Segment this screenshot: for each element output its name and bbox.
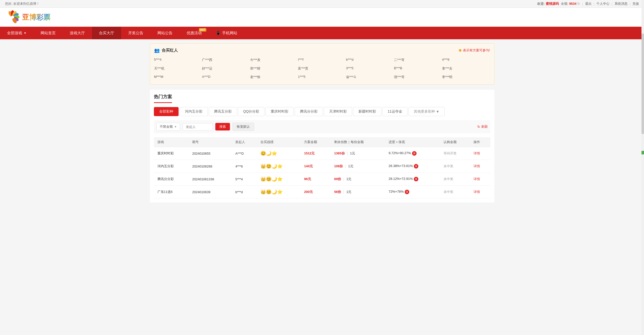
tab-6[interactable]: 天津时时彩 bbox=[324, 107, 352, 116]
nav-mobile[interactable]: 📱 手机网站 bbox=[209, 27, 244, 39]
amount-filter-arrow: ▼ bbox=[174, 125, 177, 128]
red-person[interactable]: B***B bbox=[394, 65, 442, 72]
cell-amount: 200元 bbox=[300, 186, 330, 198]
red-person[interactable]: 1***5 bbox=[298, 74, 346, 80]
recharge-link[interactable]: 充值 bbox=[632, 2, 639, 6]
protect-icon: 保 bbox=[412, 151, 417, 156]
red-person[interactable]: A***D bbox=[202, 74, 250, 80]
detail-link[interactable]: 详情 bbox=[473, 190, 480, 194]
cell-detail[interactable]: 详情 bbox=[470, 186, 490, 198]
main-content: 👥 合买红人 表示有方案可参与! 5***4广***西今***发i***fb**… bbox=[146, 39, 498, 207]
tab-2[interactable]: 腾讯五分彩 bbox=[209, 107, 237, 116]
red-person[interactable]: 今***发 bbox=[250, 57, 298, 63]
tab-7[interactable]: 新疆时时彩 bbox=[353, 107, 381, 116]
table-header-0: 游戏 bbox=[154, 137, 189, 147]
table-row: 广东11选52024010639b***d👑😊🌙⭐200元56份｜1元72%+7… bbox=[154, 186, 490, 198]
battle-icons: 👑😊🌙⭐ bbox=[260, 163, 297, 169]
scrollbar-track[interactable] bbox=[641, 0, 644, 207]
scrollbar-thumb[interactable] bbox=[641, 34, 644, 134]
red-person[interactable]: 强***哥 bbox=[394, 74, 442, 80]
red-person[interactable]: i***f bbox=[298, 57, 346, 63]
protect-icon: 保 bbox=[414, 164, 418, 169]
logout-link[interactable]: 退出 bbox=[585, 2, 592, 6]
tab-1[interactable]: 河内五分彩 bbox=[180, 107, 208, 116]
red-person[interactable]: M***M bbox=[154, 74, 202, 80]
nav-home[interactable]: 网站首页 bbox=[33, 27, 63, 39]
divider-4: | bbox=[630, 2, 630, 6]
header: 亚博彩票 bbox=[0, 8, 644, 27]
initiator-input[interactable] bbox=[183, 123, 213, 130]
amount-text: 96元 bbox=[304, 177, 311, 181]
red-person[interactable]: 奋***斗 bbox=[346, 74, 394, 80]
cell-shares: 106份｜1元 bbox=[331, 160, 385, 173]
red-person[interactable]: 二***哥 bbox=[394, 57, 442, 63]
red-person[interactable]: 拿***去 bbox=[442, 65, 490, 72]
tab-3[interactable]: QQ分分彩 bbox=[238, 107, 265, 116]
cell-progress: 28.12%+72.91%保 bbox=[385, 173, 440, 186]
tab-0[interactable]: 全部彩种 bbox=[154, 107, 179, 116]
tab-8[interactable]: 11运夺金 bbox=[382, 107, 408, 116]
detail-link[interactable]: 详情 bbox=[473, 151, 480, 155]
table-header-1: 期号 bbox=[189, 137, 232, 147]
cell-detail[interactable]: 详情 bbox=[470, 160, 490, 173]
red-person[interactable]: 好***运 bbox=[202, 65, 250, 72]
reset-button[interactable]: 恢复默认 bbox=[232, 123, 254, 131]
red-person[interactable]: 富***贵 bbox=[298, 65, 346, 72]
nav-all-games[interactable]: 全部游戏 ▼ bbox=[0, 27, 33, 39]
cell-initiator: A***D bbox=[232, 147, 257, 160]
cell-progress: 26.38%+73.61%保 bbox=[385, 160, 440, 173]
status-text: 未中奖 bbox=[444, 164, 453, 168]
profile-link[interactable]: 个人中心 bbox=[596, 2, 609, 6]
amount-text: 144元 bbox=[304, 164, 313, 168]
refresh-button[interactable]: ↻ 刷新 bbox=[477, 124, 488, 129]
red-person[interactable]: 恭***财 bbox=[250, 65, 298, 72]
nav-group-buy[interactable]: 合买大厅 bbox=[92, 27, 121, 39]
username: 蜜桃源码 bbox=[546, 2, 559, 6]
refresh-balance-icon[interactable]: ↻ bbox=[577, 2, 580, 6]
red-person[interactable]: 老***铁 bbox=[250, 74, 298, 80]
status-text: 未中奖 bbox=[444, 177, 453, 181]
nav-site-notice[interactable]: 网站公告 bbox=[150, 27, 180, 39]
cell-detail[interactable]: 详情 bbox=[470, 147, 490, 160]
red-person[interactable]: 天***机 bbox=[154, 65, 202, 72]
table-row: 重庆时时彩2024010655A***D😊🌙⭐1512元1365份｜1元9.72… bbox=[154, 147, 490, 160]
red-person[interactable]: 3***5 bbox=[346, 65, 394, 72]
amount-filter[interactable]: 不限金额 ▼ bbox=[156, 123, 180, 131]
red-people-header: 👥 合买红人 表示有方案可参与! bbox=[154, 48, 490, 53]
cell-battle: 👑😊🌙⭐ bbox=[257, 160, 300, 173]
battle-icons: 😊🌙⭐ bbox=[260, 151, 297, 156]
red-person[interactable]: 广***西 bbox=[202, 57, 250, 63]
logo-icon bbox=[5, 10, 20, 24]
table-header-4: 方案金额 bbox=[300, 137, 330, 147]
red-person[interactable]: 李***明 bbox=[442, 74, 490, 80]
search-button[interactable]: 搜索 bbox=[215, 123, 230, 130]
red-person[interactable]: b***d bbox=[346, 57, 394, 63]
battle-icons: 👑😊🌙⭐ bbox=[260, 176, 297, 182]
refresh-icon: ↻ bbox=[477, 125, 480, 129]
nav-lottery-result[interactable]: 开奖公告 bbox=[121, 27, 150, 39]
detail-link[interactable]: 详情 bbox=[473, 164, 480, 168]
table-body: 重庆时时彩2024010655A***D😊🌙⭐1512元1365份｜1元9.72… bbox=[154, 147, 490, 198]
messages-link[interactable]: 系统消息 bbox=[615, 2, 628, 6]
nav-promotions[interactable]: 优惠活动 HOT bbox=[180, 27, 209, 39]
table-header-row: 游戏期号发起人合买战绩方案金额剩余份数｜每份金额进度＋保底认购金额操作 bbox=[154, 137, 490, 147]
logo[interactable]: 亚博彩票 bbox=[5, 10, 50, 24]
tab-9[interactable]: 其他更多彩种 ▼ bbox=[409, 107, 445, 116]
detail-link[interactable]: 详情 bbox=[473, 177, 480, 181]
balance-label: 余额: 9534 ↻ bbox=[561, 2, 580, 6]
nav-game-hall[interactable]: 游戏大厅 bbox=[63, 27, 92, 39]
red-person[interactable]: 5***4 bbox=[154, 57, 202, 63]
cell-shares: 56份｜1元 bbox=[331, 186, 385, 198]
tab-4[interactable]: 重庆时时彩 bbox=[265, 107, 294, 116]
cell-game: 广东11选5 bbox=[154, 186, 189, 198]
cell-initiator: 4***6 bbox=[232, 160, 257, 173]
cell-detail[interactable]: 详情 bbox=[470, 173, 490, 186]
red-person[interactable]: 4***6 bbox=[442, 57, 490, 63]
table-row: 腾讯分分彩2024010613385***4👑😊🌙⭐96元69份｜1元28.12… bbox=[154, 173, 490, 186]
red-people-icon: 👥 bbox=[154, 48, 160, 53]
table-header-6: 进度＋保底 bbox=[385, 137, 440, 147]
protect-icon: 保 bbox=[414, 177, 418, 181]
tab-5[interactable]: 腾讯分分彩 bbox=[295, 107, 323, 116]
battle-icons: 👑😊🌙⭐ bbox=[260, 189, 297, 195]
cell-status: 未中奖 bbox=[440, 160, 470, 173]
